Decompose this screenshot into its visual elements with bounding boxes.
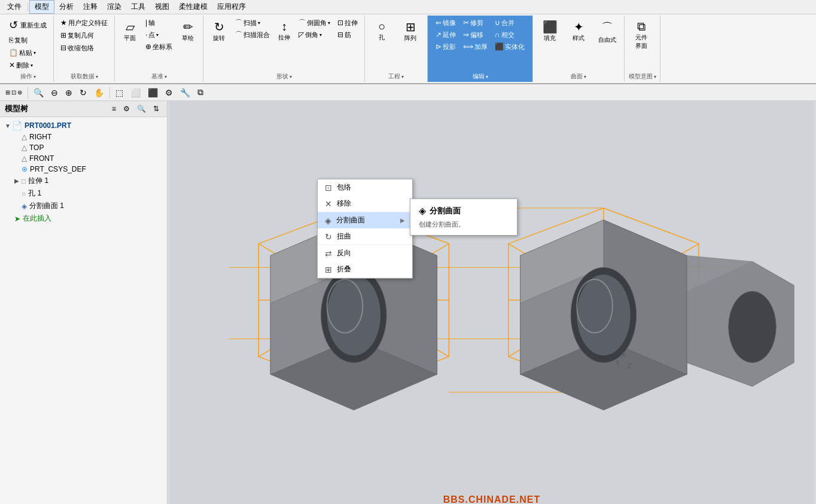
tb-rotate-view[interactable]: ↻ xyxy=(77,86,90,99)
group-label-getdata: 获取数据 ▾ xyxy=(57,72,111,81)
group-label-operate: 操作 ▾ xyxy=(6,72,50,81)
btn-fillet[interactable]: ⌒ 倒圆角 ▾ xyxy=(296,17,333,29)
btn-freestyle[interactable]: ⌒ 自由式 xyxy=(594,17,620,47)
sidebar-btn-settings[interactable]: ⚙ xyxy=(120,103,133,114)
viewport[interactable]: X Y Z ⊡ 包络 ✕ 移除 ◈ xyxy=(168,101,816,504)
btn-mirror[interactable]: ⇐ 镜像 xyxy=(433,17,459,29)
btn-chamfer[interactable]: ◸ 倒角 ▾ xyxy=(296,29,333,41)
btn-intersect[interactable]: ∩ 相交 xyxy=(492,29,528,41)
btn-copy-geo[interactable]: ⊞ 复制几何 xyxy=(57,29,97,41)
menu-render[interactable]: 渲染 xyxy=(102,1,126,13)
menu-tools[interactable]: 工具 xyxy=(126,1,150,13)
dropdown-item-wrap-label: 包络 xyxy=(337,182,351,193)
btn-rib[interactable]: ⊟ 筋 xyxy=(334,29,361,41)
btn-hole[interactable]: ○ 孔 xyxy=(369,17,395,45)
btn-delete[interactable]: ✕ 删除 ▾ xyxy=(6,59,36,71)
btn-shrink[interactable]: ⊟ 收缩包络 xyxy=(57,42,97,54)
tb-view-control[interactable]: ⬚ xyxy=(112,86,126,99)
dropdown-item-split-label: 分割曲面 xyxy=(336,215,365,225)
dropdown-item-wrap[interactable]: ⊡ 包络 xyxy=(318,179,412,196)
menu-model[interactable]: 模型 xyxy=(29,0,54,14)
tree-item-root[interactable]: ▼ 📄 PRT0001.PRT xyxy=(2,120,165,132)
btn-style[interactable]: ✦ 样式 xyxy=(565,17,592,45)
btn-csys[interactable]: ⊕ 坐标系 xyxy=(142,41,175,53)
dropdown-item-remove[interactable]: ✕ 移除 xyxy=(318,196,412,212)
btn-component-interface[interactable]: ⧉ 元件 界面 xyxy=(628,17,654,53)
tree-item-split1[interactable]: ◈ 分割曲面 1 xyxy=(2,200,165,212)
menu-analysis[interactable]: 分析 xyxy=(54,1,78,13)
tb-settings-2[interactable]: 🔧 xyxy=(177,86,193,99)
dropdown-item-fold[interactable]: ⊞ 折叠 xyxy=(318,261,412,277)
menu-file[interactable]: 文件 xyxy=(2,1,26,13)
tb-wire[interactable]: ⬜ xyxy=(127,86,144,99)
btn-shell[interactable]: ⊡ 拉伸 xyxy=(334,17,361,29)
menubar: 文件 模型 分析 注释 渲染 工具 视图 柔性建模 应用程序 xyxy=(0,0,816,14)
svg-point-27 xyxy=(577,274,630,355)
sidebar-btn-menu[interactable]: ≡ xyxy=(109,103,119,114)
btn-fill[interactable]: ⬛ 填充 xyxy=(537,17,563,45)
btn-point[interactable]: · 点 ▾ xyxy=(142,29,175,41)
svg-text:Y: Y xyxy=(616,359,620,366)
svg-text:Z: Z xyxy=(628,362,632,369)
menu-apps[interactable]: 应用程序 xyxy=(212,1,251,13)
tb-sep-1 xyxy=(28,87,28,99)
tb-settings-1[interactable]: ⚙ xyxy=(162,86,176,99)
btn-merge[interactable]: ∪ 合并 xyxy=(492,17,528,29)
group-label-surface: 曲面 ▾ xyxy=(537,72,620,81)
ribbon-group-base: ▱ 平面 | 轴 · 点 ▾ ⊕ 坐标系 xyxy=(115,16,203,82)
dropdown-item-reverse[interactable]: ⇄ 反向 xyxy=(318,245,412,261)
btn-plane[interactable]: ▱ 平面 xyxy=(118,17,141,45)
dropdown-item-fold-label: 折叠 xyxy=(337,264,351,274)
btn-sweep-blend[interactable]: ⌒ 扫描混合 xyxy=(232,29,273,41)
btn-trim[interactable]: ✂ 修剪 xyxy=(460,17,491,29)
sidebar-btn-search[interactable]: 🔍 xyxy=(134,103,149,114)
menu-divider-1 xyxy=(28,2,28,12)
tree-item-csys[interactable]: ⊕ PRT_CSYS_DEF xyxy=(2,164,165,175)
tb-zoom-in[interactable]: 🔍 xyxy=(31,86,47,99)
tree-item-front[interactable]: △ FRONT xyxy=(2,153,165,164)
submenu-icon: ◈ xyxy=(419,205,426,216)
tree-item-top[interactable]: △ TOP xyxy=(2,142,165,153)
btn-sketch[interactable]: ✏ 草绘 xyxy=(176,17,199,45)
dropdown-item-twist-label: 扭曲 xyxy=(337,231,351,242)
watermark: BBS.CHINADE.NET xyxy=(443,494,541,504)
menu-flexible[interactable]: 柔性建模 xyxy=(174,1,212,13)
dropdown-item-remove-label: 移除 xyxy=(337,198,351,209)
btn-project[interactable]: ⊳ 投影 xyxy=(433,41,459,53)
tb-zoom-out[interactable]: ⊖ xyxy=(48,86,61,99)
btn-solidify[interactable]: ⬛ 实体化 xyxy=(492,41,528,53)
btn-stretch[interactable]: ↕ 拉伸 xyxy=(274,17,294,45)
btn-thicken[interactable]: ⟺ 加厚 xyxy=(460,41,491,53)
tb-shade[interactable]: ⬛ xyxy=(145,86,161,99)
submenu-description: 创建分割曲面。 xyxy=(414,219,513,231)
tb-settings-3[interactable]: ⧉ xyxy=(194,85,206,99)
model-3d-view: X Y Z xyxy=(168,101,816,504)
menu-annotation[interactable]: 注释 xyxy=(78,1,102,13)
btn-sweep[interactable]: ⌒ 扫描 ▾ xyxy=(232,17,273,29)
btn-regenerate[interactable]: ↺ 重新生成 xyxy=(6,17,50,33)
btn-user-feature[interactable]: ★ 用户定义特征 xyxy=(57,17,111,29)
btn-extend[interactable]: ↗ 延伸 xyxy=(433,29,459,41)
sidebar-btn-sort[interactable]: ⇅ xyxy=(150,103,162,114)
menu-view[interactable]: 视图 xyxy=(150,1,174,13)
tb-pan[interactable]: ✋ xyxy=(91,86,107,99)
btn-copy[interactable]: ⎘ 复制 xyxy=(6,34,31,46)
btn-paste[interactable]: 📋 粘贴 ▾ xyxy=(6,47,39,59)
btn-rotate[interactable]: ↻ 旋转 xyxy=(207,17,231,45)
dropdown-item-split[interactable]: ◈ 分割曲面 ▶ xyxy=(318,212,412,228)
tb-sep-2 xyxy=(109,87,110,99)
btn-offset[interactable]: ⇒ 偏移 xyxy=(460,29,491,41)
ribbon-group-edit: ⇐ 镜像 ↗ 延伸 ⊳ 投影 ✂ 修剪 xyxy=(428,16,533,82)
tree-item-hole1[interactable]: ○ 孔 1 xyxy=(2,187,165,200)
tb-zoom-fit[interactable]: ⊕ xyxy=(62,86,75,99)
tree-item-extrude1[interactable]: ▶ □ 拉伸 1 xyxy=(2,175,165,187)
btn-axis[interactable]: | 轴 xyxy=(142,17,175,29)
dropdown-item-twist[interactable]: ↻ 扭曲 xyxy=(318,228,412,245)
tree-item-insert[interactable]: ➤ 在此插入 xyxy=(2,212,165,225)
btn-array[interactable]: ⊞ 阵列 xyxy=(397,17,424,45)
tb-grid-btn[interactable]: ⊞⊡⊛ xyxy=(2,87,25,97)
ribbon-group-surface: ⬛ 填充 ✦ 样式 ⌒ 自由式 曲面 ▾ xyxy=(533,16,625,82)
dropdown-section-3: ⇄ 反向 ⊞ 折叠 xyxy=(318,245,412,278)
tree-item-right[interactable]: △ RIGHT xyxy=(2,132,165,142)
ribbon-group-getdata: ★ 用户定义特征 ⊞ 复制几何 ⊟ 收缩包络 获取数据 ▾ xyxy=(54,16,115,82)
